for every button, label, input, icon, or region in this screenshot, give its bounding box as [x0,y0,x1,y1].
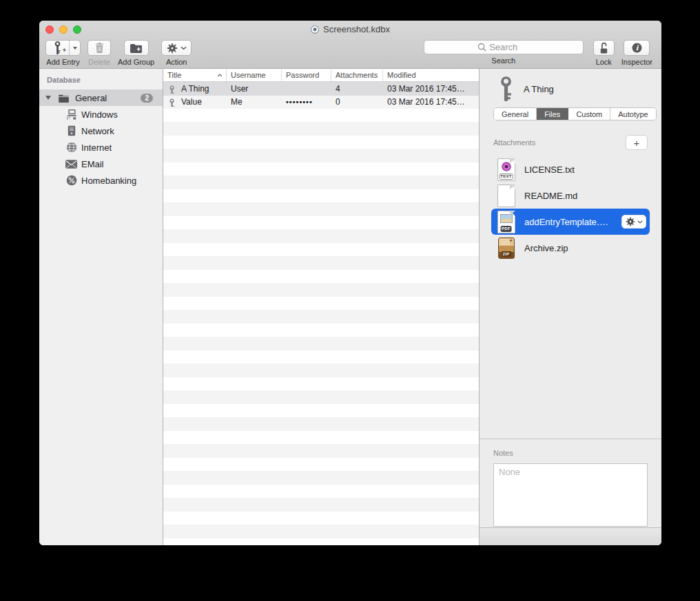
entry-table: Title Username Password Attachments Modi… [163,69,480,545]
entry-count-badge: 2 [141,94,153,103]
cell-username: Me [227,97,282,107]
add-attachment-button[interactable]: + [626,135,648,150]
search-item: Search [424,40,584,65]
percent-circle-icon [65,175,77,186]
window-title: Screenshot.kdbx [323,24,390,34]
action-label: Action [166,58,187,66]
attachment-name: README.md [524,191,577,201]
server-icon [65,125,77,136]
markdown-file-icon [496,184,516,207]
attachment-row[interactable]: README.md [491,182,650,209]
table-row[interactable]: A Thing User 4 03 Mar 2016 17:45… [163,82,479,96]
delete-item: Delete [88,40,111,66]
attachment-row[interactable]: ZIP Archive.zip [491,235,650,261]
add-entry-button[interactable]: + [45,40,81,56]
inspector-item: i Inspector [621,40,652,66]
cell-attachments: 0 [331,97,383,107]
info-icon: i [631,42,643,54]
add-entry-dropdown[interactable] [69,41,80,55]
key-icon [169,98,175,107]
sidebar-section-header: Database [39,74,163,89]
sidebar-item-label: Homebanking [81,176,136,186]
app-window: Screenshot.kdbx + Add Entry [39,21,661,545]
column-header-title[interactable]: Title [163,69,227,81]
sidebar-item-label: Network [81,126,114,136]
column-header-modified[interactable]: Modified [383,69,479,81]
action-item: Action [161,40,192,66]
cell-modified: 03 Mar 2016 17:45… [383,97,479,107]
inspector-tabs: General Files Custom Autotype [493,107,657,120]
magnifier-icon [477,43,486,52]
attachment-row[interactable]: TEXT LICENSE.txt [491,156,650,182]
cell-modified: 03 Mar 2016 17:45… [383,84,479,94]
add-entry-label: Add Entry [46,58,79,66]
key-plus-icon[interactable]: + [46,41,69,55]
attachment-name: LICENSE.txt [524,165,575,175]
lock-item: Lock [593,40,615,66]
column-header-password[interactable]: Password [282,69,331,81]
sidebar-item-label: General [75,93,141,103]
column-header-attachments[interactable]: Attachments [331,69,383,81]
sidebar-item-email[interactable]: EMail [39,156,163,172]
attachment-name: Archive.zip [524,243,568,253]
notes-label: Notes [493,449,513,457]
delete-label: Delete [88,58,110,66]
table-body: A Thing User 4 03 Mar 2016 17:45… Value … [163,82,479,545]
sort-ascending-icon [217,74,223,77]
window-title-area: Screenshot.kdbx [39,21,661,38]
cell-attachments: 4 [331,84,383,94]
tab-general[interactable]: General [494,108,537,120]
tab-autotype[interactable]: Autotype [610,108,655,120]
cell-title: A Thing [181,84,209,94]
sidebar-item-label: Windows [81,109,118,120]
tab-custom[interactable]: Custom [568,108,610,120]
table-row[interactable]: Value Me •••••••• 0 03 Mar 2016 17:45… [163,96,479,109]
action-button[interactable] [161,40,192,56]
pdf-file-icon: PDF [496,211,516,233]
attachment-name: addEntryTemplate…. [524,217,608,227]
sidebar-item-network[interactable]: Network [39,123,163,139]
text-file-icon: TEXT [496,158,516,181]
add-group-button[interactable] [124,40,149,56]
add-entry-item: + Add Entry [45,40,81,66]
workgroup-icon [65,109,77,120]
plus-glyph: + [63,48,66,54]
document-proxy-icon [311,25,319,34]
chevron-down-icon [637,220,643,224]
inspector-button[interactable]: i [624,40,650,56]
sidebar-item-label: Internet [81,143,112,153]
notes-input[interactable] [493,463,648,527]
inspector-label: Inspector [621,58,652,66]
title-bar: Screenshot.kdbx [39,21,661,38]
sidebar-item-homebanking[interactable]: Homebanking [39,172,163,189]
sidebar-item-internet[interactable]: Internet [39,139,163,156]
lock-label: Lock [596,58,612,66]
cell-username: User [227,84,282,94]
sidebar-item-windows[interactable]: Windows [39,106,163,123]
notes-section: Notes [480,439,661,527]
cell-password: •••••••• [282,98,331,106]
tab-files[interactable]: Files [537,108,568,120]
disclosure-triangle-icon[interactable] [45,96,51,100]
attachment-action-button[interactable] [621,215,646,229]
globe-icon [65,142,77,153]
lock-button[interactable] [593,40,615,56]
chevron-down-icon [181,46,187,50]
gear-icon [167,43,178,54]
zip-file-icon: ZIP [496,238,516,259]
attachment-row-selected[interactable]: PDF addEntryTemplate…. [491,209,650,235]
entry-title: A Thing [524,84,554,94]
sidebar-item-general[interactable]: General 2 [39,89,163,106]
key-icon [499,76,513,101]
search-label: Search [491,56,515,65]
trash-icon [94,42,105,54]
attachments-label: Attachments [493,138,535,147]
add-group-label: Add Group [118,58,154,66]
cell-title: Value [181,97,202,107]
search-input[interactable] [424,40,584,54]
table-header: Title Username Password Attachments Modi… [163,69,479,82]
column-header-username[interactable]: Username [227,69,282,81]
delete-button[interactable] [88,40,111,56]
add-group-item: Add Group [118,40,154,66]
dropdown-arrow-icon [73,47,77,50]
